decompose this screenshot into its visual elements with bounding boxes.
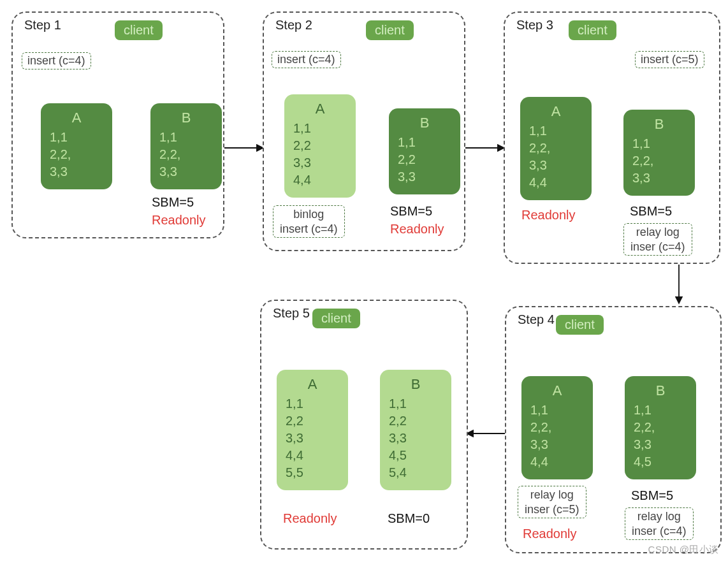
node-b-title: B: [398, 115, 451, 131]
step-1-node-a: A 1,1 2,2, 3,3: [41, 103, 112, 189]
step-4-relay-a: relay log inser (c=5): [518, 486, 586, 518]
step-2-binlog: binlog insert (c=4): [273, 205, 345, 238]
step-4-client: client: [556, 315, 604, 335]
node-a-rows: 1,1 2,2, 3,3: [50, 129, 103, 180]
step-3-insert: insert (c=5): [635, 51, 704, 68]
step-4-sbm: SBM=5: [631, 488, 673, 503]
node-b-rows: 1,1 2,2 3,3 4,5 5,4: [389, 395, 442, 481]
step-3-relay: relay log inser (c=4): [623, 223, 692, 256]
step-3-title: Step 3: [516, 18, 553, 33]
step-4-readonly: Readonly: [523, 527, 577, 541]
step-2-node-a: A 1,1 2,2 3,3 4,4: [284, 94, 356, 198]
step-2-insert: insert (c=4): [272, 51, 341, 68]
node-a-rows: 1,1 2,2 3,3 4,4 5,5: [286, 395, 339, 481]
step-5-sbm: SBM=0: [388, 511, 430, 526]
step-1-insert: insert (c=4): [22, 52, 91, 69]
step-3-client: client: [569, 20, 616, 40]
step-5-client: client: [312, 309, 360, 328]
node-b-title: B: [634, 382, 687, 399]
step-3-node-a: A 1,1 2,2, 3,3 4,4: [520, 97, 592, 200]
step-2-sbm: SBM=5: [390, 204, 432, 219]
step-3-node-b: B 1,1 2,2, 3,3: [623, 110, 695, 196]
node-b-title: B: [632, 116, 686, 133]
step-5-readonly: Readonly: [283, 511, 337, 526]
step-5-title: Step 5: [273, 306, 310, 321]
step-1-title: Step 1: [24, 18, 61, 33]
node-b-rows: 1,1 2,2, 3,3: [632, 135, 686, 187]
node-a-rows: 1,1 2,2 3,3 4,4: [293, 120, 347, 189]
step-2-title: Step 2: [275, 18, 312, 33]
node-a-rows: 1,1 2,2, 3,3 4,4: [530, 402, 584, 470]
step-5-node-b: B 1,1 2,2 3,3 4,5 5,4: [380, 370, 451, 490]
step-5-panel: Step 5 client A 1,1 2,2 3,3 4,4 5,5 B 1,…: [260, 300, 468, 550]
step-1-sbm: SBM=5: [152, 195, 194, 210]
step-1-node-b: B 1,1 2,2, 3,3: [150, 103, 222, 189]
node-a-title: A: [530, 382, 584, 399]
step-1-panel: Step 1 client insert (c=4) A 1,1 2,2, 3,…: [11, 11, 224, 238]
node-b-title: B: [389, 376, 442, 393]
step-3-sbm: SBM=5: [630, 204, 672, 219]
step-4-node-b: B 1,1 2,2, 3,3 4,5: [625, 376, 696, 479]
step-4-relay-b: relay log inser (c=4): [625, 507, 694, 540]
node-a-title: A: [286, 376, 339, 393]
node-b-rows: 1,1 2,2, 3,3: [159, 129, 213, 180]
node-a-title: A: [529, 103, 583, 120]
step-3-readonly: Readonly: [521, 208, 576, 222]
step-3-panel: Step 3 client insert (c=5) A 1,1 2,2, 3,…: [504, 11, 720, 264]
node-a-title: A: [50, 110, 103, 126]
node-a-rows: 1,1 2,2, 3,3 4,4: [529, 122, 583, 191]
node-a-title: A: [293, 101, 347, 117]
step-2-node-b: B 1,1 2,2 3,3: [389, 108, 460, 194]
node-b-rows: 1,1 2,2 3,3: [398, 134, 451, 186]
step-5-node-a: A 1,1 2,2 3,3 4,4 5,5: [277, 370, 348, 490]
step-1-readonly: Readonly: [152, 213, 206, 228]
step-2-panel: Step 2 client insert (c=4) A 1,1 2,2 3,3…: [263, 11, 465, 251]
step-2-readonly: Readonly: [390, 222, 444, 237]
step-1-client: client: [115, 20, 163, 40]
step-4-title: Step 4: [518, 312, 555, 327]
step-4-panel: Step 4 client A 1,1 2,2, 3,3 4,4 B 1,1 2…: [505, 306, 722, 553]
node-b-title: B: [159, 110, 213, 126]
node-b-rows: 1,1 2,2, 3,3 4,5: [634, 402, 687, 470]
step-2-client: client: [366, 20, 414, 40]
watermark: CSDN @田小谈: [648, 544, 719, 556]
diagram-stage: Step 1 client insert (c=4) A 1,1 2,2, 3,…: [0, 0, 728, 561]
step-4-node-a: A 1,1 2,2, 3,3 4,4: [521, 376, 593, 479]
